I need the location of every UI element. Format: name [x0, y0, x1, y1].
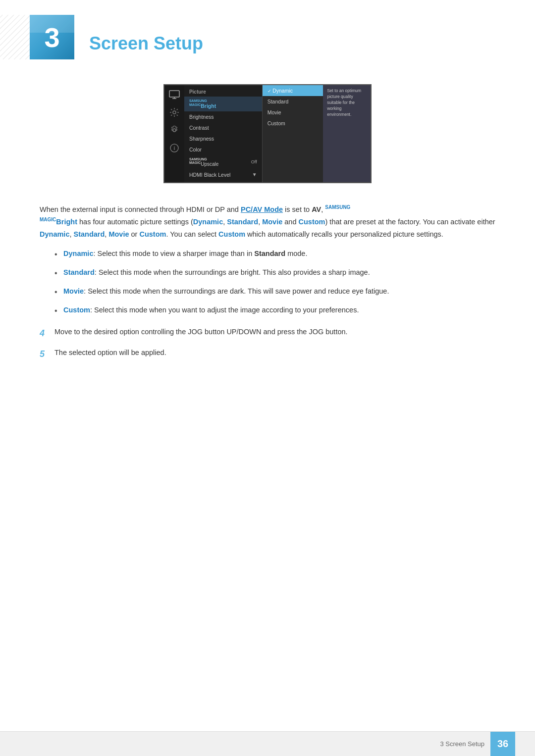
settings-icon — [167, 107, 181, 118]
bullet-list: Dynamic: Select this mode to view a shar… — [54, 248, 495, 316]
monitor-icon — [167, 89, 181, 100]
step-5: 5 The selected option will be applied. — [40, 347, 495, 362]
menu-panel: Picture SAMSUNG MAGICBright Brightness C… — [184, 85, 262, 182]
tooltip-text: Set to an optimum picture quality suitab… — [327, 88, 361, 117]
main-content: i Picture SAMSUNG MAGICBright Brightness… — [0, 84, 535, 397]
list-item: Dynamic: Select this mode to view a shar… — [54, 248, 495, 260]
footer-text: 3 Screen Setup — [440, 740, 484, 748]
color-menu-item[interactable]: Color — [184, 144, 262, 155]
menu-header: Picture — [184, 87, 262, 97]
footer-page-number: 36 — [490, 732, 515, 756]
custom-term: Custom — [63, 306, 90, 314]
custom-label3: Custom — [218, 230, 245, 238]
brightness-menu-item[interactable]: Brightness — [184, 111, 262, 122]
av-bold: AV — [312, 205, 321, 213]
movie-label: Movie — [262, 218, 282, 226]
custom-label: Custom — [299, 218, 325, 226]
movie-term: Movie — [63, 287, 84, 295]
sidebar-icons: i — [164, 85, 184, 182]
standard-label2: Standard — [74, 230, 105, 238]
movie-option[interactable]: Movie — [263, 107, 323, 118]
dynamic-label2: Dynamic — [40, 230, 69, 238]
magic-upscale-menu-item[interactable]: SAMSUNGMAGICUpscale Off — [184, 155, 262, 169]
standard-label: Standard — [227, 218, 258, 226]
dynamic-option[interactable]: Dynamic — [263, 85, 323, 96]
info-icon: i — [167, 143, 181, 153]
monitor-ui: i Picture SAMSUNG MAGICBright Brightness… — [163, 84, 372, 183]
standard-term-ref: Standard — [254, 250, 285, 257]
sharpness-menu-item[interactable]: Sharpness — [184, 133, 262, 144]
magic-bright-menu-item[interactable]: SAMSUNG MAGICBright — [184, 97, 262, 111]
intro-paragraph: When the external input is connected thr… — [40, 203, 495, 241]
dynamic-term: Dynamic — [63, 250, 93, 257]
standard-option[interactable]: Standard — [263, 96, 323, 107]
svg-rect-2 — [169, 91, 179, 97]
submenu-panel: Dynamic Standard Movie Custom — [262, 85, 323, 182]
step-5-number: 5 — [40, 347, 50, 362]
movie-label2: Movie — [108, 230, 129, 238]
dynamic-label: Dynamic — [193, 218, 223, 226]
hdmi-black-level-menu-item[interactable]: HDMI Black Level ▼ — [184, 169, 262, 180]
custom-label2: Custom — [139, 230, 166, 238]
custom-option[interactable]: Custom — [263, 118, 323, 129]
contrast-menu-item[interactable]: Contrast — [184, 122, 262, 133]
chapter-number: 3 — [44, 21, 59, 53]
step-4-text: Move to the desired option controlling t… — [54, 326, 348, 341]
step-4-number: 4 — [40, 326, 50, 341]
screenshot-container: i Picture SAMSUNG MAGICBright Brightness… — [40, 84, 495, 183]
standard-term: Standard — [63, 268, 95, 276]
step-4: 4 Move to the desired option controlling… — [40, 326, 495, 341]
diagonal-pattern-icon — [0, 15, 31, 59]
svg-text:i: i — [174, 146, 175, 151]
header: 3 Screen Setup — [30, 0, 535, 69]
gear-icon — [167, 125, 181, 136]
chapter-number-box: 3 — [30, 15, 74, 59]
footer: 3 Screen Setup 36 — [0, 731, 535, 756]
list-item: Standard: Select this mode when the surr… — [54, 267, 495, 279]
bright-label: Bright — [56, 218, 77, 226]
svg-rect-1 — [0, 15, 31, 59]
list-item: Custom: Select this mode when you want t… — [54, 304, 495, 316]
step-5-text: The selected option will be applied. — [54, 347, 166, 362]
chapter-title: Screen Setup — [84, 21, 203, 54]
pc-av-mode-link[interactable]: PC/AV Mode — [241, 205, 283, 213]
svg-point-5 — [173, 111, 176, 114]
tooltip-box: Set to an optimum picture quality suitab… — [323, 85, 371, 182]
list-item: Movie: Select this mode when the surroun… — [54, 286, 495, 298]
